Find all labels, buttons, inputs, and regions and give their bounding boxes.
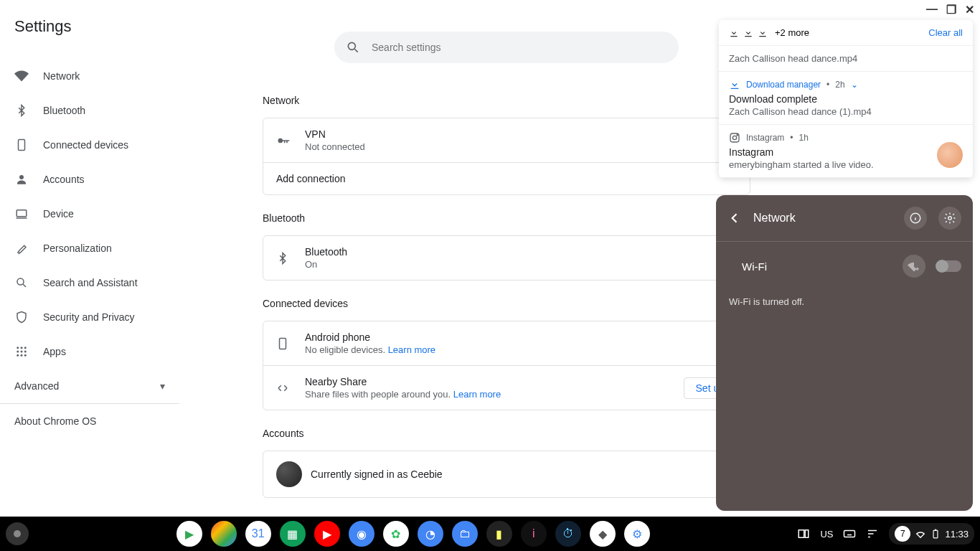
battery-icon: [930, 529, 941, 539]
shelf-app-sheets[interactable]: ▦: [280, 521, 306, 547]
shelf-app-evernote[interactable]: ✿: [383, 521, 409, 547]
media-icon[interactable]: [866, 527, 879, 540]
row-nearby-share[interactable]: Nearby Share Share files with people aro…: [263, 366, 750, 410]
system-tray[interactable]: US 7 11:33: [797, 523, 974, 545]
shelf-app-calendar[interactable]: 31: [245, 521, 271, 547]
svg-point-20: [948, 217, 952, 220]
row-account[interactable]: Currently signed in as Ceebie: [263, 451, 750, 497]
svg-point-14: [278, 138, 283, 143]
search-settings[interactable]: [334, 32, 679, 63]
notification-title: Instagram: [729, 146, 963, 158]
notification-item[interactable]: Download manager • 2h ⌄ Download complet…: [719, 72, 973, 125]
sidebar-item-apps[interactable]: Apps: [14, 334, 179, 369]
notification-time: 1h: [799, 133, 809, 143]
sidebar-item-network[interactable]: Network: [14, 59, 179, 93]
shelf-app-settings[interactable]: ⚙: [624, 521, 650, 547]
row-add-connection[interactable]: Add connection: [263, 163, 750, 194]
svg-point-11: [21, 354, 23, 357]
brush-icon: [14, 241, 29, 255]
account-avatar: [276, 461, 302, 487]
shelf: ▶31▦▶◉✿◔🗀▮i⏱◆⚙ US 7 11:33: [0, 517, 980, 551]
clear-all-button[interactable]: Clear all: [928, 27, 963, 38]
sidebar-about[interactable]: About Chrome OS: [14, 404, 179, 438]
sidebar-item-connected[interactable]: Connected devices: [14, 128, 179, 162]
sidebar-item-bluetooth[interactable]: Bluetooth: [14, 93, 179, 128]
shelf-app-files[interactable]: 🗀: [452, 521, 478, 547]
row-title: VPN: [305, 128, 365, 140]
row-vpn[interactable]: VPN Not connected: [263, 118, 750, 163]
download-icons: [729, 28, 768, 38]
bluetooth-icon: [276, 252, 291, 265]
sidebar-item-accounts[interactable]: Accounts: [14, 162, 179, 197]
row-subtitle: Not connected: [305, 141, 365, 152]
back-button[interactable]: [727, 211, 742, 225]
overview-icon[interactable]: [797, 527, 810, 540]
sidebar-item-label: Network: [43, 70, 80, 82]
notification-subtitle: emerybingham started a live video.: [729, 159, 963, 170]
sidebar-item-device[interactable]: Device: [14, 197, 179, 231]
shelf-app-app-b[interactable]: ⏱: [555, 521, 581, 547]
notification-panel: +2 more Clear all Zach Callison head dan…: [719, 20, 973, 178]
shelf-app-ibis[interactable]: i: [521, 521, 547, 547]
notification-source: Instagram: [746, 133, 784, 143]
download-icon: [729, 79, 740, 90]
shelf-app-chrome[interactable]: [211, 521, 237, 547]
row-title: Nearby Share: [305, 376, 501, 387]
sidebar-item-personalization[interactable]: Personalization: [14, 231, 179, 265]
section-title-connected: Connected devices: [263, 298, 750, 309]
shelf-app-roblox[interactable]: ◆: [590, 521, 616, 547]
svg-point-1: [19, 175, 24, 179]
row-android-phone[interactable]: Android phone No eligible devices. Learn…: [263, 321, 750, 366]
notification-item[interactable]: Instagram • 1h Instagram emerybingham st…: [719, 125, 973, 178]
wifi-add-icon[interactable]: [903, 255, 925, 278]
close-button[interactable]: ✕: [965, 3, 974, 17]
notification-item[interactable]: Zach Callison head dance.mp4: [719, 46, 973, 72]
keyboard-icon[interactable]: [843, 527, 856, 540]
person-icon: [14, 172, 29, 187]
status-pill[interactable]: 7 11:33: [889, 523, 974, 545]
ime-indicator[interactable]: US: [820, 529, 833, 540]
row-title: Add connection: [276, 173, 346, 184]
svg-rect-24: [934, 530, 938, 538]
search-input[interactable]: [372, 42, 667, 53]
shelf-app-clock[interactable]: ◔: [418, 521, 443, 547]
sidebar-item-search-assistant[interactable]: Search and Assistant: [14, 265, 179, 300]
svg-rect-2: [17, 210, 27, 217]
notification-title: Download complete: [729, 93, 963, 105]
notification-more-count[interactable]: +2 more: [775, 27, 809, 38]
learn-more-link[interactable]: Learn more: [453, 389, 501, 400]
chevron-down-icon[interactable]: ⌄: [851, 80, 858, 90]
settings-button[interactable]: [938, 207, 961, 230]
launcher-button[interactable]: [6, 522, 29, 545]
bluetooth-icon: [14, 103, 29, 118]
svg-point-6: [24, 347, 27, 349]
info-button[interactable]: [904, 207, 927, 230]
wifi-toggle[interactable]: [937, 260, 961, 272]
svg-point-10: [17, 354, 19, 357]
sidebar-item-label: Device: [43, 208, 74, 220]
svg-point-8: [21, 351, 23, 353]
svg-point-3: [17, 278, 24, 285]
notification-avatar: [937, 142, 963, 168]
sidebar-advanced[interactable]: Advanced ▾: [14, 369, 179, 403]
row-subtitle: No eligible devices. Learn more: [305, 344, 435, 355]
minimize-button[interactable]: —: [926, 3, 938, 17]
svg-rect-15: [280, 338, 286, 349]
svg-point-4: [17, 347, 19, 349]
shelf-app-play-store[interactable]: ▶: [176, 521, 202, 547]
wifi-label: Wi-Fi: [742, 260, 891, 273]
svg-point-9: [24, 351, 27, 353]
shelf-app-youtube[interactable]: ▶: [314, 521, 340, 547]
sidebar-item-security[interactable]: Security and Privacy: [14, 300, 179, 334]
svg-rect-22: [806, 530, 809, 538]
wifi-icon: [14, 69, 29, 83]
shelf-app-app-a[interactable]: ▮: [486, 521, 512, 547]
row-title: Android phone: [305, 331, 435, 343]
dot-separator: •: [826, 80, 829, 90]
shelf-app-camera[interactable]: ◉: [349, 521, 374, 547]
learn-more-link[interactable]: Learn more: [388, 344, 435, 355]
row-bluetooth[interactable]: Bluetooth On ▸: [263, 236, 750, 280]
maximize-button[interactable]: ❐: [946, 3, 956, 17]
svg-rect-21: [799, 530, 805, 538]
sidebar-item-label: Advanced: [14, 380, 59, 392]
